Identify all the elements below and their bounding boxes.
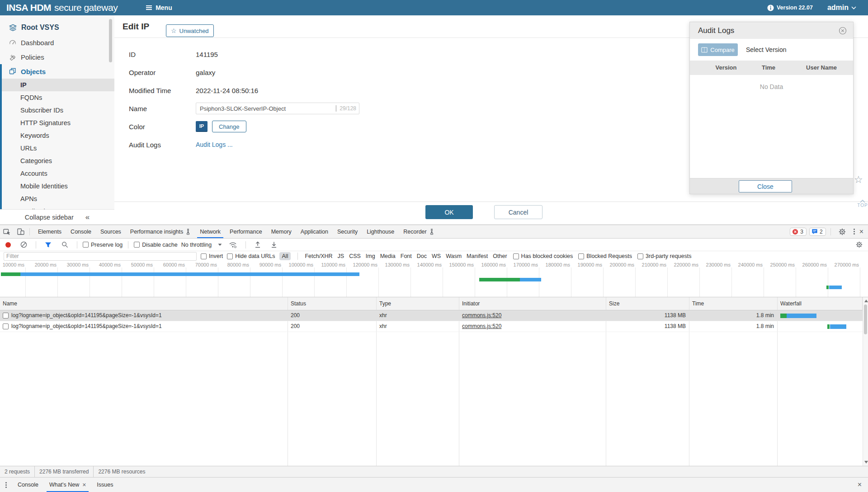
preserve-log-checkbox[interactable]: Preserve log	[83, 242, 123, 248]
row-checkbox[interactable]	[3, 313, 9, 319]
collapse-sidebar-button[interactable]: Collapse sidebar «	[0, 209, 114, 225]
sidebar-item-fqdns[interactable]: FQDNs	[0, 91, 114, 104]
close-drawer-icon[interactable]: ×	[851, 478, 868, 492]
unwatched-button[interactable]: ☆ Unwatched	[166, 24, 214, 37]
filter-type-js[interactable]: JS	[338, 253, 344, 259]
tab-recorder[interactable]: Recorder	[399, 225, 439, 238]
filter-3rd-party-requests[interactable]: 3rd-party requests	[637, 253, 691, 259]
table-row[interactable]: log?logname=ip_object&opId=141195&pageSi…	[0, 310, 868, 321]
filter-type-doc[interactable]: Doc	[417, 253, 427, 259]
tab-sources[interactable]: Sources	[96, 225, 126, 238]
sidebar-item-categories[interactable]: Categories	[0, 155, 114, 167]
column-header-type[interactable]: Type	[377, 297, 459, 310]
issues-badge[interactable]: 2	[809, 228, 826, 236]
filter-type-all[interactable]: All	[279, 252, 291, 260]
tab-memory[interactable]: Memory	[267, 225, 296, 238]
record-button[interactable]	[5, 242, 11, 248]
close-devtools-icon[interactable]: ×	[859, 228, 863, 235]
back-to-top-button[interactable]: TOP	[856, 199, 868, 207]
import-har-icon[interactable]	[251, 241, 264, 248]
drawer-more-icon[interactable]	[0, 478, 12, 492]
filter-type-media[interactable]: Media	[380, 253, 396, 259]
more-options-icon[interactable]	[852, 231, 857, 232]
sidebar-item-keywords[interactable]: Keywords	[0, 129, 114, 142]
sidebar-item-http-signatures[interactable]: HTTP Signatures	[0, 117, 114, 129]
filter-type-ws[interactable]: WS	[432, 253, 441, 259]
sidebar-item-policies[interactable]: Policies	[0, 50, 114, 64]
filter-input[interactable]	[4, 252, 197, 261]
menu-button[interactable]: Menu	[146, 4, 172, 11]
initiator-link[interactable]: commons.js:520	[462, 310, 501, 321]
column-header-name[interactable]: Name	[0, 297, 288, 310]
tab-lighthouse[interactable]: Lighthouse	[362, 225, 399, 238]
filter-type-manifest[interactable]: Manifest	[467, 253, 488, 259]
drawer-tab-console[interactable]: Console	[12, 478, 44, 492]
network-settings-gear-icon[interactable]	[856, 241, 868, 248]
column-header-status[interactable]: Status	[288, 297, 377, 310]
scrollbar-thumb[interactable]	[864, 305, 867, 334]
invert-checkbox[interactable]: Invert	[201, 253, 223, 259]
tab-performance-insights[interactable]: Performance insights	[126, 225, 195, 238]
export-har-icon[interactable]	[268, 241, 280, 248]
filter-has-blocked-cookies[interactable]: Has blocked cookies	[513, 253, 573, 259]
column-header-time[interactable]: Time	[689, 297, 778, 310]
select-version-label[interactable]: Select Version	[746, 46, 787, 53]
network-conditions-icon[interactable]	[226, 241, 240, 248]
network-overview[interactable]: 10000 ms20000 ms30000 ms40000 ms50000 ms…	[0, 261, 868, 297]
column-header-initiator[interactable]: Initiator	[459, 297, 606, 310]
filter-type-other[interactable]: Other	[493, 253, 507, 259]
settings-gear-icon[interactable]	[835, 228, 849, 235]
compare-button[interactable]: Compare	[698, 43, 738, 56]
throttling-dropdown[interactable]: No throttling	[181, 242, 222, 248]
initiator-link[interactable]: commons.js:520	[462, 321, 501, 332]
audit-logs-link[interactable]: Audit Logs ...	[196, 141, 233, 148]
filter-type-img[interactable]: Img	[366, 253, 375, 259]
close-button[interactable]: Close	[739, 180, 792, 192]
sidebar-item-applications[interactable]: Applications	[0, 205, 114, 209]
sidebar-item-accounts[interactable]: Accounts	[0, 167, 114, 180]
tab-security[interactable]: Security	[333, 225, 362, 238]
name-input[interactable]: 29/128	[196, 103, 359, 114]
sidebar-item-dashboard[interactable]: Dashboard	[0, 35, 114, 50]
filter-blocked-requests[interactable]: Blocked Requests	[578, 253, 632, 259]
filter-type-font[interactable]: Font	[401, 253, 412, 259]
sidebar-item-root-vsys[interactable]: Root VSYS	[0, 20, 114, 35]
sidebar-item-ip[interactable]: IP	[0, 79, 114, 91]
table-row[interactable]: log?logname=ip_object&opId=141195&pageSi…	[0, 321, 868, 332]
filter-funnel-icon[interactable]	[42, 242, 55, 248]
tab-console[interactable]: Console	[66, 225, 96, 238]
column-header-size[interactable]: Size	[606, 297, 689, 310]
version-info[interactable]: Version 22.07	[767, 5, 813, 11]
sidebar-item-urls[interactable]: URLs	[0, 142, 114, 155]
drawer-tab-issues[interactable]: Issues	[91, 478, 118, 492]
inspect-element-icon[interactable]	[0, 228, 14, 235]
tab-application[interactable]: Application	[296, 225, 333, 238]
scroll-down-arrow[interactable]	[864, 461, 868, 464]
clear-icon[interactable]	[17, 241, 30, 248]
user-menu[interactable]: admin	[827, 4, 856, 12]
sidebar-item-mobile-identities[interactable]: Mobile Identities	[0, 180, 114, 192]
filter-type-fetch-xhr[interactable]: Fetch/XHR	[305, 253, 332, 259]
device-toolbar-icon[interactable]	[14, 228, 28, 235]
panel-close-icon[interactable]	[839, 27, 847, 35]
sidebar-item-subscriber-ids[interactable]: Subscriber IDs	[0, 104, 114, 117]
sidebar-scrollbar-thumb[interactable]	[109, 19, 112, 62]
row-checkbox[interactable]	[3, 323, 9, 329]
disable-cache-checkbox[interactable]: Disable cache	[134, 242, 178, 248]
name-input-field[interactable]	[196, 105, 335, 112]
close-tab-icon[interactable]: ×	[82, 481, 86, 488]
filter-type-wasm[interactable]: Wasm	[446, 253, 462, 259]
tab-network[interactable]: Network	[195, 225, 225, 238]
error-badge[interactable]: 3	[790, 228, 807, 236]
scroll-up-arrow[interactable]	[864, 300, 868, 302]
table-scrollbar[interactable]	[863, 297, 868, 466]
column-header-waterfall[interactable]: Waterfall	[778, 297, 863, 310]
tab-performance[interactable]: Performance	[225, 225, 267, 238]
ok-button[interactable]: OK	[425, 205, 473, 219]
sidebar-item-apns[interactable]: APNs	[0, 192, 114, 205]
favorite-star-icon[interactable]: ☆	[854, 174, 863, 186]
search-icon[interactable]	[58, 241, 71, 248]
cancel-button[interactable]: Cancel	[494, 205, 542, 219]
tab-elements[interactable]: Elements	[33, 225, 66, 238]
sidebar-item-objects[interactable]: Objects	[0, 64, 114, 79]
